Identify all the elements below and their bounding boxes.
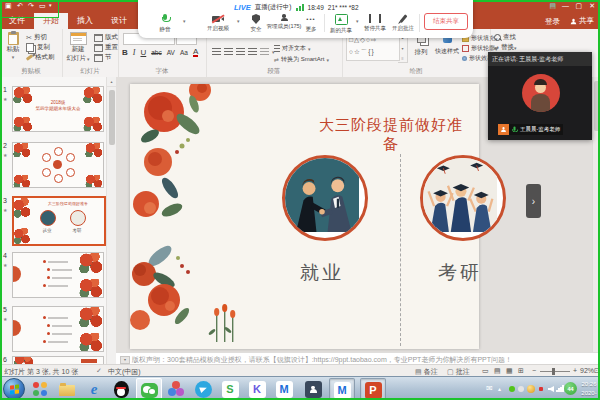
align-right-icon[interactable] (236, 48, 245, 55)
video-caret-icon[interactable]: ▾ (237, 18, 240, 24)
align-justify-icon[interactable] (248, 48, 257, 55)
pause-share-button[interactable]: 暂停共享 (360, 14, 390, 32)
slide-thumbnail-1[interactable]: 2018级第四学期期末年级大会 (12, 86, 104, 132)
char-spacing-button[interactable]: AV (167, 49, 175, 56)
tab-file[interactable]: 文件 (0, 13, 34, 29)
zoom-level[interactable]: 92% (580, 367, 594, 374)
tray-speaker-icon[interactable] (548, 386, 554, 392)
tab-insert[interactable]: 插入 (68, 13, 102, 29)
notes-splitter-button[interactable]: ▾ (120, 356, 130, 364)
meeting-video-panel[interactable]: 正在讲话: 王晨晨-监考老师 王晨晨-监考老师 (488, 52, 592, 140)
undo-icon[interactable]: ↶ (17, 2, 23, 10)
align-center-icon[interactable] (224, 48, 233, 55)
ribbon-display-icon[interactable]: ▤ (549, 2, 556, 10)
mute-caret-icon[interactable]: ▾ (183, 18, 186, 24)
new-slide-button[interactable]: 新建 幻灯片▾ (64, 32, 92, 63)
view-slideshow-icon[interactable]: ⊞ (518, 367, 524, 375)
manage-members-button[interactable]: 管理成员(175) (266, 14, 302, 30)
slide-thumbnail-4[interactable] (12, 252, 104, 298)
underline-button[interactable]: U (140, 48, 146, 57)
tray-expand-icon[interactable]: ▴ (498, 385, 501, 392)
thumbnail-scrollbar[interactable]: ▴ (106, 77, 116, 364)
meeting-window-button[interactable]: M (329, 378, 355, 400)
redo-icon[interactable]: ↷ (28, 2, 34, 10)
section-button[interactable]: 节 (94, 53, 112, 62)
change-case-button[interactable]: Aa (180, 49, 188, 56)
cut-button[interactable]: ✂ 剪切 (26, 33, 47, 42)
zoom-slider-track[interactable] (540, 371, 570, 372)
graduate-image-circle[interactable] (420, 155, 506, 241)
current-slide[interactable]: 大三阶段提前做好准备 (130, 84, 479, 349)
app-grid-icon[interactable] (28, 378, 52, 400)
tray-gray-dot-icon[interactable] (518, 386, 524, 392)
canvas-scrollbar-thumb[interactable] (594, 81, 600, 131)
tray-green-dot-icon[interactable] (509, 386, 515, 392)
replace-button[interactable]: ⇄替换▾ (494, 43, 517, 52)
meeting-app-icon[interactable]: M (272, 378, 296, 400)
graduate-exam-label[interactable]: 考研 (417, 260, 503, 286)
slide-title[interactable]: 大三阶段提前做好准备 (316, 116, 466, 154)
scrollbar-thumb[interactable] (109, 90, 115, 145)
signin-button[interactable]: 登录 (545, 17, 560, 27)
more-button[interactable]: ••• 更多 (300, 14, 322, 33)
minimize-icon[interactable]: — (562, 2, 569, 9)
zoom-in-button[interactable]: + (573, 367, 577, 374)
italic-button[interactable]: I (133, 48, 136, 57)
smartart-button[interactable]: ⇄ 转换为 SmartArt ▾ (274, 55, 329, 64)
share-caret-icon[interactable]: ▾ (356, 18, 359, 24)
paste-button[interactable]: 粘贴 ▾ (2, 32, 24, 60)
zoom-slider-thumb[interactable] (552, 368, 555, 375)
align-left-icon[interactable] (212, 48, 221, 55)
strikethrough-button[interactable]: abc (151, 49, 161, 56)
tray-envelope-icon[interactable]: ✉ (486, 384, 493, 393)
tray-network-icon[interactable] (556, 385, 564, 392)
k-app-icon[interactable]: K (245, 378, 269, 400)
start-video-button[interactable]: 开启视频 (202, 14, 234, 32)
fit-to-window-icon[interactable]: ⊡ (594, 367, 600, 375)
tray-optimizer-ball[interactable]: 44 (564, 382, 577, 395)
wechat-icon[interactable] (136, 378, 162, 400)
security-button[interactable]: 安全 (244, 14, 268, 33)
video-frame[interactable]: 王晨晨-监考老师 (488, 66, 592, 140)
layout-button[interactable]: 版式 (94, 33, 118, 42)
reset-button[interactable]: 重置 (94, 43, 118, 52)
start-button[interactable] (3, 378, 25, 400)
ie-icon[interactable]: e (82, 378, 106, 400)
mute-button[interactable]: 静音 (151, 14, 179, 33)
end-share-button[interactable]: 结束共享 (424, 13, 468, 30)
quick-access-caret-icon[interactable]: ▾ (49, 2, 52, 8)
slide-thumbnail-5[interactable] (12, 306, 104, 352)
start-slideshow-icon[interactable]: ▭ (39, 2, 46, 10)
bold-button[interactable]: B (122, 48, 128, 57)
powerpoint-window-button[interactable]: P (360, 378, 386, 400)
employment-image-circle[interactable] (282, 155, 368, 241)
paperplane-app-icon[interactable] (191, 378, 215, 400)
copy-button[interactable]: 复制 (26, 43, 50, 52)
columns-icon[interactable] (260, 48, 269, 55)
tab-design[interactable]: 设计 (102, 13, 136, 29)
tray-clock[interactable]: 20:262020-7-13 (579, 380, 599, 400)
employment-label[interactable]: 就业 (279, 260, 365, 286)
new-share-button[interactable]: 新的共享 (326, 14, 356, 34)
media-circles-icon[interactable] (164, 378, 188, 400)
explorer-icon[interactable] (55, 378, 79, 400)
view-sorter-icon[interactable]: ▤ (494, 367, 501, 375)
share-button[interactable]: 共享 (570, 16, 594, 26)
scroll-up-icon[interactable]: ▴ (107, 77, 116, 87)
panel-collapse-chevron[interactable]: › (526, 184, 541, 218)
view-reading-icon[interactable]: ▦ (506, 367, 513, 375)
format-painter-button[interactable]: 格式刷 (26, 53, 55, 62)
tab-home[interactable]: 开始 (34, 13, 68, 29)
close-icon[interactable]: ✕ (589, 2, 595, 10)
slide-thumbnail-3-selected[interactable]: 大三阶段提前做好准备 就业 考研 (12, 196, 106, 246)
canvas-scrollbar[interactable] (592, 77, 600, 352)
view-normal-icon[interactable]: ▭ (482, 367, 489, 375)
find-button[interactable]: 查找 (494, 33, 516, 42)
slide-thumbnail-2[interactable] (12, 142, 104, 188)
qq-icon[interactable] (109, 378, 133, 400)
maximize-icon[interactable]: ▢ (575, 2, 582, 10)
tray-coin-icon[interactable] (527, 385, 535, 393)
person-app-icon[interactable] (301, 378, 325, 400)
font-color-button[interactable]: A (193, 48, 198, 57)
s-app-icon[interactable]: S (218, 378, 242, 400)
